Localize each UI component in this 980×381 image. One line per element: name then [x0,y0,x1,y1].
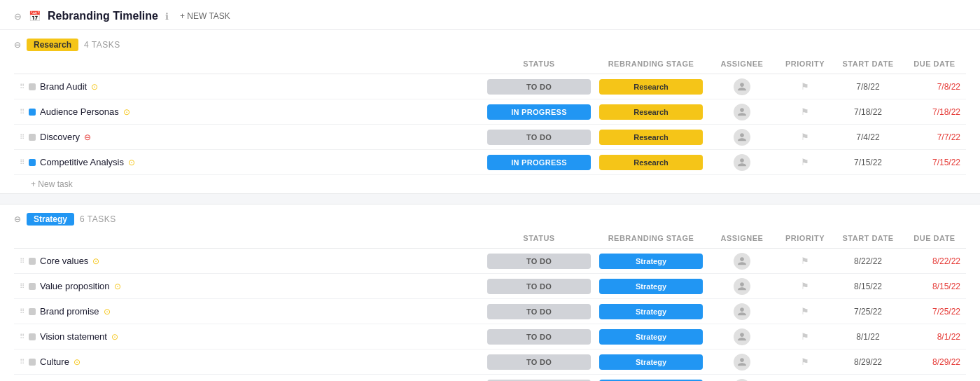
assignee-cell[interactable] [707,151,777,174]
avatar[interactable] [734,154,750,171]
avatar[interactable] [734,328,750,345]
priority-cell[interactable]: ⚑ [777,154,833,170]
status-icon[interactable]: ⊙ [123,107,130,117]
drag-handle[interactable]: ⠿ [20,83,24,90]
task-name[interactable]: Brand promise [40,306,99,317]
due-date-cell[interactable]: 7/25/22 [903,304,966,319]
stage-cell[interactable]: Strategy [595,352,707,373]
due-date-cell[interactable]: 7/18/22 [903,104,966,120]
start-date-cell[interactable]: 7/15/22 [833,155,903,170]
flag-icon[interactable]: ⚑ [801,157,809,167]
new-task-button[interactable]: + NEW TASK [176,10,234,22]
status-badge[interactable]: TO DO [487,354,591,370]
assignee-cell[interactable] [707,76,777,98]
start-date-cell[interactable]: 8/15/22 [833,279,903,294]
avatar[interactable] [734,303,750,320]
collapse-icon[interactable]: ⊖ [14,11,22,22]
stage-cell[interactable]: Research [595,102,707,123]
flag-icon[interactable]: ⚑ [801,331,809,342]
status-cell[interactable]: TO DO [483,352,595,373]
priority-cell[interactable]: ⚑ [777,253,833,269]
priority-cell[interactable]: ⚑ [777,278,833,294]
stage-cell[interactable]: Strategy [595,251,707,272]
task-name[interactable]: Discovery [40,132,80,142]
stage-badge[interactable]: Strategy [599,329,703,345]
status-badge[interactable]: TO DO [487,304,591,319]
priority-cell[interactable]: ⚑ [777,129,833,145]
stage-badge[interactable]: Research [599,104,703,120]
priority-cell[interactable]: ⚑ [777,303,833,319]
info-icon[interactable]: ℹ [165,11,169,22]
assignee-cell[interactable] [707,101,777,123]
flag-icon[interactable]: ⚑ [801,106,809,117]
start-date-cell[interactable]: 8/1/22 [833,329,903,345]
due-date-cell[interactable]: 8/15/22 [903,279,966,294]
stage-badge[interactable]: Strategy [599,304,703,319]
stage-badge[interactable]: Strategy [599,254,703,269]
start-date-cell[interactable]: 8/29/22 [833,354,903,370]
status-cell[interactable]: IN PROGRESS [483,152,595,173]
status-icon[interactable]: ⊙ [128,158,135,167]
drag-handle[interactable]: ⠿ [20,282,24,290]
assignee-cell[interactable] [707,275,777,298]
drag-handle[interactable]: ⠿ [20,333,24,340]
flag-icon[interactable]: ⚑ [801,256,809,266]
flag-icon[interactable]: ⚑ [801,356,809,367]
status-badge[interactable]: TO DO [487,79,591,95]
task-name[interactable]: Vision statement [40,331,107,342]
status-cell[interactable]: TO DO [483,276,595,297]
chevron-icon[interactable]: ⊖ [14,40,21,50]
start-date-cell[interactable]: 7/4/22 [833,130,903,145]
drag-handle[interactable]: ⠿ [20,358,24,366]
stage-badge[interactable]: Strategy [599,354,703,370]
drag-handle[interactable]: ⠿ [20,108,24,116]
status-icon[interactable]: ⊙ [74,357,80,367]
flag-icon[interactable]: ⚑ [801,81,809,92]
status-cell[interactable]: TO DO [483,326,595,347]
avatar[interactable] [734,129,750,146]
new-task-row-research[interactable]: + New task [14,175,966,193]
flag-icon[interactable]: ⚑ [801,306,809,317]
flag-icon[interactable]: ⚑ [801,132,809,142]
status-badge[interactable]: TO DO [487,130,591,145]
status-cell[interactable]: TO DO [483,251,595,272]
chevron-icon[interactable]: ⊖ [14,214,21,224]
avatar[interactable] [734,379,750,382]
status-badge[interactable]: IN PROGRESS [487,104,591,120]
assignee-cell[interactable] [707,126,777,148]
task-name[interactable]: Value proposition [40,281,110,291]
status-cell[interactable]: TO DO [483,76,595,97]
drag-handle[interactable]: ⠿ [20,307,24,315]
drag-handle[interactable]: ⠿ [20,133,24,141]
stage-badge[interactable]: Research [599,79,703,95]
due-date-cell[interactable]: 7/15/22 [903,155,966,170]
stage-badge[interactable]: Research [599,155,703,170]
avatar[interactable] [734,278,750,295]
due-date-cell[interactable]: 8/22/22 [903,254,966,269]
status-cell[interactable]: TO DO [483,301,595,322]
status-cell[interactable]: IN PROGRESS [483,102,595,123]
start-date-cell[interactable]: 7/8/22 [833,79,903,95]
drag-handle[interactable]: ⠿ [20,158,24,166]
task-name[interactable]: Culture [40,356,69,367]
status-icon[interactable]: ⊙ [114,282,121,291]
stage-badge[interactable]: Strategy [599,279,703,294]
due-date-cell[interactable]: 8/1/22 [903,329,966,345]
stage-badge[interactable]: Research [599,130,703,145]
assignee-cell[interactable] [707,250,777,272]
avatar[interactable] [734,104,750,120]
stage-cell[interactable]: Research [595,76,707,97]
priority-cell[interactable]: ⚑ [777,328,833,345]
status-badge[interactable]: TO DO [487,329,591,345]
due-date-cell[interactable]: 7/8/22 [903,79,966,95]
status-cell[interactable]: TO DO [483,377,595,382]
task-name[interactable]: Brand Audit [40,81,87,92]
task-name[interactable]: Competitive Analysis [40,157,124,167]
task-name[interactable]: Core values [40,256,88,266]
assignee-cell[interactable] [707,376,777,382]
avatar[interactable] [734,253,750,270]
task-name[interactable]: Audience Personas [40,106,119,117]
stage-cell[interactable]: Research [595,127,707,148]
stage-cell[interactable]: Strategy [595,377,707,382]
priority-cell[interactable]: ⚑ [777,78,833,95]
